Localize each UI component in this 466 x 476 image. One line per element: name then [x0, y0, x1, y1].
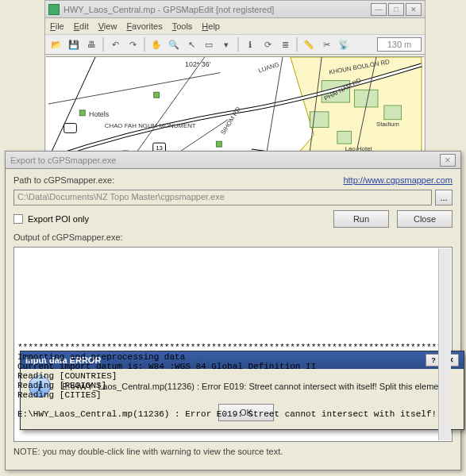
svg-rect-5: [384, 106, 402, 120]
output-label: Output of cGPSmapper.exe:: [13, 232, 453, 242]
scrollbar[interactable]: [438, 248, 451, 440]
hand-icon[interactable]: ✋: [148, 36, 164, 52]
close-button[interactable]: Close: [397, 210, 453, 228]
close-button[interactable]: ✕: [406, 3, 422, 16]
svg-rect-7: [64, 124, 77, 133]
maximize-button[interactable]: □: [388, 3, 404, 16]
path-input[interactable]: C:\Data\Documents\NZ Topo Master\cgpsmap…: [13, 190, 432, 205]
minimize-button[interactable]: —: [371, 3, 387, 16]
zoom-icon[interactable]: 🔍: [166, 36, 182, 52]
rotate-icon[interactable]: ⟳: [260, 36, 275, 52]
layer-icon[interactable]: ≣: [277, 36, 293, 52]
window-title: HWY_Laos_Central.mp - GPSMapEdit [not re…: [64, 5, 369, 14]
browse-button[interactable]: ...: [435, 190, 453, 205]
export-dialog: Export to cGPSmapper.exe ✕ Path to cGPSm…: [5, 151, 461, 470]
menu-file[interactable]: File: [50, 21, 64, 31]
svg-rect-11: [154, 92, 160, 98]
menu-bar: File Edit View Favorites Tools Help: [45, 18, 425, 34]
svg-rect-10: [79, 110, 85, 116]
separator: [237, 37, 239, 52]
scale-display[interactable]: 130 m: [377, 37, 422, 52]
menu-help[interactable]: Help: [202, 21, 220, 31]
menu-favorites[interactable]: Favorites: [126, 21, 162, 31]
dropdown-icon[interactable]: ▾: [218, 36, 234, 52]
cgpsmapper-link[interactable]: http://www.cgpsmapper.com: [343, 175, 453, 185]
undo-icon[interactable]: ↶: [107, 36, 123, 52]
toolbar: 📂 💾 🖶 ↶ ↷ ✋ 🔍 ↖ ▭ ▾ ℹ ⟳ ≣ 📏 ✂ 📡 130 m: [45, 34, 425, 55]
measure-icon[interactable]: 📏: [301, 36, 317, 52]
export-poi-label: Export POI only: [28, 214, 89, 224]
separator: [102, 37, 104, 52]
info-icon[interactable]: ℹ: [242, 36, 258, 52]
title-bar: HWY_Laos_Central.mp - GPSMapEdit [not re…: [45, 1, 425, 18]
cut-icon[interactable]: ✂: [318, 36, 334, 52]
open-icon[interactable]: 📂: [48, 36, 64, 52]
svg-text:CHAO FAH NGUM MONUMENT: CHAO FAH NGUM MONUMENT: [105, 122, 196, 129]
dialog-close-button[interactable]: ✕: [440, 154, 456, 167]
rect-icon[interactable]: ▭: [201, 36, 217, 52]
save-icon[interactable]: 💾: [66, 36, 82, 52]
menu-edit[interactable]: Edit: [74, 21, 89, 31]
output-text[interactable]: ****************************************…: [17, 343, 449, 438]
redo-icon[interactable]: ↷: [125, 36, 141, 52]
svg-rect-6: [337, 131, 352, 144]
separator: [144, 37, 145, 52]
output-area: Input data ERROR ? ✕ i E:\HWY_Laos_Centr…: [13, 247, 453, 442]
svg-text:Hotels: Hotels: [89, 110, 110, 118]
export-poi-checkbox[interactable]: [13, 214, 23, 224]
dialog-title: Export to cGPSmapper.exe: [10, 155, 438, 165]
note-text: NOTE: you may double-click line with war…: [13, 447, 453, 456]
path-label: Path to cGPSmapper.exe:: [13, 175, 343, 185]
svg-rect-4: [310, 112, 329, 128]
svg-text:Stadium: Stadium: [376, 121, 399, 128]
separator: [296, 37, 298, 52]
dialog-title-bar: Export to cGPSmapper.exe ✕: [6, 152, 460, 169]
select-icon[interactable]: ↖: [183, 36, 199, 52]
menu-tools[interactable]: Tools: [172, 21, 193, 31]
svg-rect-13: [216, 141, 221, 147]
svg-text:102* 36': 102* 36': [185, 60, 210, 68]
satellite-icon[interactable]: 📡: [336, 36, 352, 52]
menu-view[interactable]: View: [98, 21, 117, 31]
app-icon: [48, 4, 60, 15]
run-button[interactable]: Run: [333, 210, 389, 228]
print-icon[interactable]: 🖶: [83, 36, 99, 52]
